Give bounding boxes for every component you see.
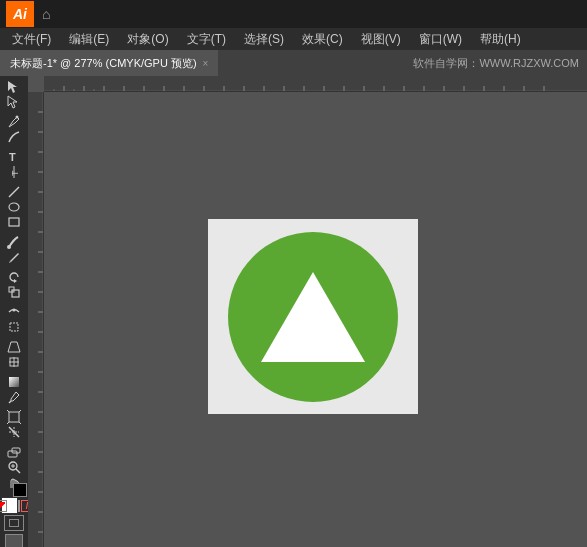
svg-line-25 (19, 410, 21, 412)
svg-marker-1 (8, 96, 17, 108)
svg-point-15 (13, 309, 16, 312)
tab-watermark: 软件自学网：WWW.RJZXW.COM (413, 50, 587, 76)
zoom-tool[interactable] (1, 460, 27, 474)
home-button[interactable]: ⌂ (42, 6, 50, 22)
canvas-area (28, 76, 587, 547)
view-icon (9, 519, 19, 527)
menu-help[interactable]: 帮助(H) (472, 29, 529, 50)
svg-rect-8 (9, 218, 19, 226)
menu-select[interactable]: 选择(S) (236, 29, 292, 50)
svg-point-7 (9, 203, 19, 211)
svg-text:T: T (9, 151, 16, 163)
stroke-swatch[interactable] (13, 483, 27, 497)
free-transform-tool[interactable] (1, 320, 27, 334)
rotate-tool[interactable] (1, 270, 27, 284)
direct-select-tool[interactable] (1, 95, 27, 109)
slice-tool[interactable] (1, 425, 27, 439)
selection-tool[interactable] (1, 80, 27, 94)
menu-effect[interactable]: 效果(C) (294, 29, 351, 50)
menu-bar: 文件(F) 编辑(E) 对象(O) 文字(T) 选择(S) 效果(C) 视图(V… (0, 28, 587, 50)
svg-line-24 (7, 410, 9, 412)
circle-shape (228, 232, 398, 402)
tab-close-button[interactable]: × (203, 58, 209, 69)
ai-logo: Ai (6, 1, 34, 27)
gradient-tool[interactable] (1, 375, 27, 389)
screen-mode-btn[interactable] (5, 534, 23, 547)
type-vertical-tool[interactable]: T (1, 165, 27, 179)
rect-tool[interactable] (1, 215, 27, 229)
svg-rect-16 (10, 323, 18, 331)
tab-active[interactable]: 未标题-1* @ 277% (CMYK/GPU 预览) × (0, 50, 218, 76)
freeform-pen-tool[interactable] (1, 130, 27, 144)
svg-rect-21 (9, 377, 19, 387)
menu-object[interactable]: 对象(O) (119, 29, 176, 50)
eyedropper-tool[interactable] (1, 390, 27, 404)
screen-mode-row (5, 534, 23, 547)
mesh-tool[interactable] (1, 355, 27, 369)
scale-tool[interactable] (1, 285, 27, 299)
artboard (208, 219, 418, 414)
svg-marker-12 (14, 279, 17, 283)
eraser-tool[interactable] (1, 445, 27, 459)
svg-line-34 (16, 469, 20, 473)
menu-file[interactable]: 文件(F) (4, 29, 59, 50)
menu-edit[interactable]: 编辑(E) (61, 29, 117, 50)
no-color-box[interactable] (0, 500, 7, 512)
title-bar: Ai ⌂ (0, 0, 587, 28)
pencil-tool[interactable] (1, 250, 27, 264)
normal-view-btn[interactable] (4, 515, 24, 531)
tab-bar: 未标题-1* @ 277% (CMYK/GPU 预览) × 软件自学网：WWW.… (0, 50, 587, 76)
svg-text:T: T (10, 170, 20, 176)
svg-line-26 (7, 422, 9, 424)
svg-point-9 (7, 245, 11, 249)
ruler-horizontal (44, 76, 587, 92)
artboard-tool[interactable] (1, 410, 27, 424)
perspective-tool[interactable] (1, 340, 27, 354)
ellipse-tool[interactable] (1, 200, 27, 214)
warp-tool[interactable] (1, 305, 27, 319)
menu-text[interactable]: 文字(T) (179, 29, 234, 50)
pen-tool[interactable] (1, 115, 27, 129)
none-box[interactable]: / (21, 500, 28, 512)
menu-view[interactable]: 视图(V) (353, 29, 409, 50)
tab-label: 未标题-1* @ 277% (CMYK/GPU 预览) (10, 56, 197, 71)
svg-line-6 (9, 187, 19, 197)
triangle-shape (261, 272, 365, 362)
svg-line-22 (9, 401, 11, 403)
svg-marker-10 (10, 253, 19, 262)
paintbrush-tool[interactable] (1, 235, 27, 249)
main-area: T T (0, 76, 587, 547)
type-tool[interactable]: T (1, 150, 27, 164)
svg-point-2 (16, 116, 19, 119)
red-slash (0, 502, 5, 510)
menu-window[interactable]: 窗口(W) (411, 29, 470, 50)
svg-marker-17 (8, 342, 20, 352)
svg-line-27 (19, 422, 21, 424)
toolbar-left: T T (0, 76, 28, 547)
ruler-vertical (28, 92, 44, 547)
svg-marker-0 (8, 81, 17, 93)
view-mode-row (4, 515, 24, 531)
line-tool[interactable] (1, 185, 27, 199)
svg-rect-23 (9, 412, 19, 422)
svg-rect-13 (12, 290, 19, 297)
